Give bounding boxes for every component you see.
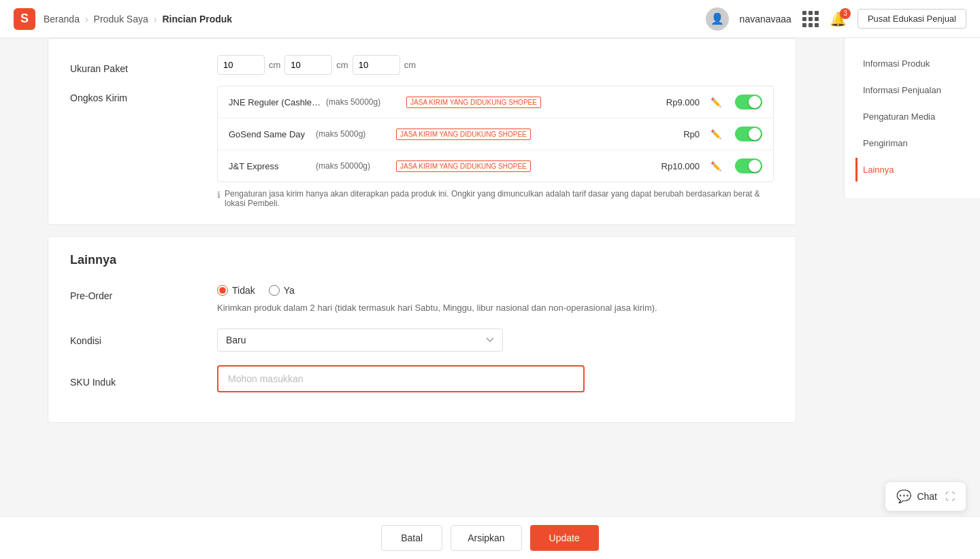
shipping-note: ℹ Pengaturan jasa kirim hanya akan diter… [217,189,774,208]
breadcrumb-home[interactable]: Beranda [44,14,80,24]
paket-label: Ukuran Paket [70,56,206,74]
paket-unit-3: cm [404,60,416,70]
expand-icon: ⛶ [945,491,955,502]
arsipkan-button[interactable]: Arsipkan [451,525,521,551]
nav-pengaturan-media[interactable]: Pengaturan Media [855,105,969,129]
preorder-tidak-radio[interactable] [217,285,228,296]
ongkir-row: Ongkos Kirim JNE Reguler (Cashle… (maks … [70,86,774,208]
info-icon: ℹ [217,190,220,200]
grid-icon[interactable] [802,11,819,27]
gosend-weight: (maks 5000g) [316,129,391,139]
preorder-content: Tidak Ya Kirimkan produk dalam 2 hari (t… [217,284,774,315]
gosend-price: Rp0 [683,129,700,139]
kondisi-row: Kondisi Baru Bekas [70,328,774,352]
sku-label: SKU Induk [70,370,206,388]
breadcrumb-current: Rincian Produk [162,14,232,24]
notification-button[interactable]: 🔔 3 [830,11,847,27]
preorder-ya-label[interactable]: Ya [269,285,295,296]
paket-row: Ukuran Paket cm cm cm [70,55,774,75]
breadcrumb-sep2: › [154,14,157,24]
preorder-row: Pre-Order Tidak Ya Kirimkan produk dalam… [70,284,774,315]
preorder-ya-text: Ya [284,285,295,296]
nav-pengiriman[interactable]: Pengiriman [855,131,969,155]
education-button[interactable]: Pusat Edukasi Penjual [858,9,966,29]
shipping-jnt: J&T Express (maks 50000g) JASA KIRIM YAN… [218,150,773,182]
gosend-toggle[interactable] [735,126,762,141]
paket-width-input[interactable] [217,55,265,75]
paket-inputs: cm cm cm [217,55,774,75]
layout: Ukuran Paket cm cm cm Ongkos Kirim [0,38,980,559]
gosend-name: GoSend Same Day [229,129,310,139]
header-right: 👤 navanavaaa 🔔 3 Pusat Edukasi Penjual [706,7,966,31]
shopee-logo[interactable]: S [14,8,35,30]
preorder-tidak-label[interactable]: Tidak [217,285,255,296]
lainnya-title: Lainnya [70,253,774,267]
jne-toggle[interactable] [735,95,762,109]
jnt-badge: JASA KIRIM YANG DIDUKUNG SHOPEE [396,160,531,172]
bottom-bar: Batal Arsipkan Update [0,516,980,559]
kondisi-content: Baru Bekas [217,328,774,352]
main-content: Ukuran Paket cm cm cm Ongkos Kirim [34,38,810,559]
jnt-toggle[interactable] [735,158,762,173]
nav-informasi-penjualan[interactable]: Informasi Penjualan [855,78,969,102]
lainnya-section: Lainnya Pre-Order Tidak Ya [48,236,796,423]
batal-button[interactable]: Batal [381,525,442,551]
paket-unit-2: cm [336,60,348,70]
jnt-price: Rp10.000 [662,161,700,171]
jne-price: Rp9.000 [666,97,700,107]
shipping-box: JNE Reguler (Cashle… (maks 50000g) JASA … [217,86,774,182]
paket-height-input[interactable] [284,55,332,75]
shipping-gosend: GoSend Same Day (maks 5000g) JASA KIRIM … [218,118,773,150]
header: S Beranda › Produk Saya › Rincian Produk… [0,0,980,38]
sku-row: SKU Induk [70,365,774,392]
preorder-radio-group: Tidak Ya [217,284,774,296]
avatar: 👤 [706,7,729,31]
jne-badge: JASA KIRIM YANG DIDUKUNG SHOPEE [406,97,541,108]
chat-icon: 💬 [896,489,911,504]
shipping-section: Ukuran Paket cm cm cm Ongkos Kirim [48,38,796,225]
kondisi-label: Kondisi [70,328,206,346]
ongkir-label: Ongkos Kirim [70,86,206,103]
gosend-badge: JASA KIRIM YANG DIDUKUNG SHOPEE [396,129,531,140]
breadcrumb-sep1: › [85,14,88,24]
jnt-weight: (maks 50000g) [316,161,391,171]
preorder-ya-radio[interactable] [269,285,280,296]
username: navanavaaa [740,14,791,24]
breadcrumb: Beranda › Produk Saya › Rincian Produk [44,14,232,24]
right-nav: Informasi Produk Informasi Penjualan Pen… [844,38,980,198]
notification-badge: 3 [840,8,851,19]
update-button[interactable]: Update [530,525,599,551]
chat-label: Chat [917,491,937,502]
sku-input[interactable] [218,367,583,391]
breadcrumb-products[interactable]: Produk Saya [94,14,148,24]
preorder-note: Kirimkan produk dalam 2 hari (tidak term… [217,301,774,315]
jne-weight: (maks 50000g) [326,97,401,107]
shipping-note-text: Pengaturan jasa kirim hanya akan diterap… [225,189,774,208]
sku-input-wrapper [217,365,585,392]
jnt-edit-icon[interactable]: ✏️ [710,161,721,171]
chat-button[interactable]: 💬 Chat ⛶ [885,481,966,511]
shipping-jne: JNE Reguler (Cashle… (maks 50000g) JASA … [218,86,773,118]
kondisi-select[interactable]: Baru Bekas [217,328,503,352]
preorder-label: Pre-Order [70,284,206,301]
preorder-tidak-text: Tidak [232,285,255,296]
paket-depth-input[interactable] [353,55,400,75]
jne-edit-icon[interactable]: ✏️ [710,97,721,107]
nav-informasi-produk[interactable]: Informasi Produk [855,52,969,75]
jne-name: JNE Reguler (Cashle… [229,97,321,107]
paket-unit-1: cm [269,60,280,70]
jnt-name: J&T Express [229,161,310,171]
nav-lainnya[interactable]: Lainnya [855,158,969,182]
gosend-edit-icon[interactable]: ✏️ [710,129,721,139]
ongkir-content: JNE Reguler (Cashle… (maks 50000g) JASA … [217,86,774,208]
